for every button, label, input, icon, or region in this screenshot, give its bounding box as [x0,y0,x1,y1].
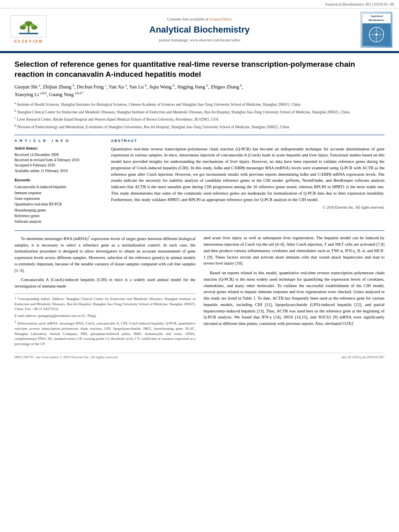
body-para-2: Concanavalin A (ConA)-induced hepatitis … [14,277,195,290]
citation-bar: Analytical Biochemistry 401 (2010) 81–90 [0,0,399,8]
affiliations-section: a Institute of Health Sciences, Shanghai… [14,101,385,130]
keyword-5: Housekeeping genes [14,208,103,213]
authors-line: Guojun Shi a, Zhijian Zhang b, Dechun Fe… [14,83,385,99]
word-hated: hated [332,321,341,326]
journal-homepage: journal homepage: www.elsevier.com/locat… [55,37,344,43]
main-content: Selection of reference genes for quantit… [0,53,399,366]
abstract-col: ABSTRACT Quantitative real-time reverse … [111,138,385,225]
svg-point-6 [30,23,35,27]
received-date: Received 14 December 2009 [14,152,103,158]
keyword-3: Gene expression [14,196,103,201]
keyword-7: Software analysis [14,219,103,224]
affil-d: d Division of Endocrinology and Metaboli… [14,123,385,130]
bottom-bar: 0003-2697/$ - see front matter © 2010 El… [14,353,385,360]
body-right-para-1: ated acute liver injury as well as subse… [204,235,385,267]
body-col-left: To determine messenger RNA (mRNA)1 expre… [14,235,195,348]
cover-body [362,23,391,46]
journal-cover-image: AnalyticalBiochemistry [360,12,393,48]
body-right-para-2: Based on reports related to this model, … [204,270,385,327]
journal-header: ELSEVIER Contents lists available at Sci… [0,8,399,52]
sciencedirect-link[interactable]: ScienceDirect [209,17,232,21]
abstract-text: Quantitative real-time reverse transcrip… [111,146,385,203]
body-section: To determine messenger RNA (mRNA)1 expre… [14,230,385,348]
accepted-date: Accepted 6 February 2010 [14,163,103,168]
info-abstract-section: A R T I C L E I N F O Article history: R… [14,135,385,225]
keyword-6: Reference genes [14,214,103,219]
revised-date: Received in revised form 4 February 2010 [14,158,103,163]
elsevier-logo: ELSEVIER [6,15,51,44]
svg-point-5 [23,23,27,27]
keyword-1: Concanavalin A-induced hepatitis [14,185,103,190]
article-info-col: A R T I C L E I N F O Article history: R… [14,138,103,225]
footnote-corresponding: * Corresponding author. Address: Shangha… [14,296,195,312]
copyright-bottom: 0003-2697/$ - see front matter © 2010 El… [14,355,118,360]
article-title: Selection of reference genes for quantit… [14,60,385,79]
abstract-label: ABSTRACT [111,138,385,144]
doi-text: doi:10.1016/j.ab.2010.02.007 [342,355,385,360]
journal-title-section: Contents lists available at ScienceDirec… [51,16,348,43]
footnote-email: E-mail address: guangning@medmail.com.cn… [14,313,195,318]
copyright-line: © 2010 Elsevier Inc. All rights reserved… [111,205,385,210]
elsevier-tree-icon [16,21,41,36]
body-col-right: ated acute liver injury as well as subse… [204,235,385,348]
body-para-1: To determine messenger RNA (mRNA)1 expre… [14,235,195,273]
elsevier-logo-section: ELSEVIER [6,15,51,44]
citation-text: Analytical Biochemistry 401 (2010) 81–90 [325,2,394,6]
keyword-4: Quantitative real-time RT-PCR [14,202,103,207]
affil-c: c Liver Research Center, Rhode Island Ho… [14,116,385,122]
available-date: Available online 11 February 2010 [14,168,103,174]
history-label: Article history: [14,146,103,151]
footnote-abbreviations: 1 Abbreviations used: mRNA, messenger RN… [14,320,195,346]
svg-rect-0 [19,33,38,34]
journal-cover-section: AnalyticalBiochemistry [348,12,393,48]
keyword-2: Immune response [14,191,103,196]
body-two-col: To determine messenger RNA (mRNA)1 expre… [14,235,385,348]
keywords-section: Keywords: Concanavalin A-induced hepatit… [14,178,103,224]
article-history: Article history: Received 14 December 20… [14,146,103,174]
keywords-label: Keywords: [14,178,103,183]
affil-a: a Institute of Health Sciences, Shanghai… [14,101,385,107]
cover-title: AnalyticalBiochemistry [362,14,391,23]
footnote-section: * Corresponding author. Address: Shangha… [14,294,195,346]
sciencedirect-line: Contents lists available at ScienceDirec… [55,16,344,22]
elsevier-logo-image [10,15,47,37]
article-info-label: A R T I C L E I N F O [14,138,103,144]
elsevier-wordmark: ELSEVIER [14,38,43,44]
journal-title: Analytical Biochemistry [55,24,344,36]
cover-graphic [364,25,389,45]
affil-b: b Shanghai Clinical Center for Endocrine… [14,109,385,115]
svg-point-11 [375,33,378,36]
